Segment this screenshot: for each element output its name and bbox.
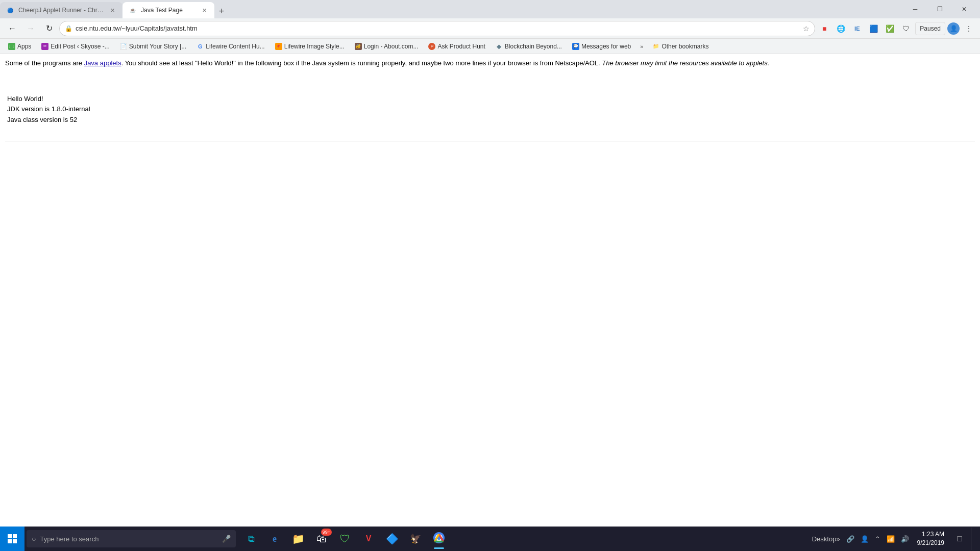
show-desktop-button[interactable] <box>971 528 976 550</box>
notification-button[interactable]: □ <box>950 528 969 550</box>
chrome-menu-button[interactable]: ⋮ <box>962 21 976 36</box>
extension-2[interactable]: 🌐 <box>834 21 848 36</box>
page-content: Some of the programs are Java applets. Y… <box>0 54 980 527</box>
red-app[interactable]: 🦅 <box>404 528 427 550</box>
taskbar-right: Desktop » 🔗 👤 ⌃ 📶 🔊 1:23 AM 9/21/2019 □ <box>806 528 980 550</box>
tab-1-title: CheerpJ Applet Runner - Chrom... <box>18 7 104 14</box>
taskview-button[interactable]: ⧉ <box>240 528 262 550</box>
address-input[interactable] <box>76 24 800 32</box>
bookmark-login[interactable]: 🔐 Login - About.com... <box>351 42 423 51</box>
applet-output: Hello World! JDK version is 1.8.0-intern… <box>7 94 975 126</box>
close-button[interactable]: ✕ <box>952 0 976 18</box>
extension-4[interactable]: 🟦 <box>866 21 880 36</box>
bookmark-edit-post[interactable]: ✏ Edit Post ‹ Skyose -... <box>37 42 113 51</box>
clock-time: 1:23 AM <box>922 530 944 539</box>
profile-avatar[interactable]: 👤 <box>947 22 960 35</box>
chrome-app[interactable] <box>428 528 450 550</box>
bookmark-li-icon: 📌 <box>275 43 282 50</box>
volume-btn[interactable]: 🔊 <box>899 534 911 544</box>
title-bar: 🔵 CheerpJ Applet Runner - Chrom... ✕ ☕ J… <box>0 0 980 18</box>
microphone-icon[interactable]: 🎤 <box>222 535 231 543</box>
extension-5[interactable]: ✅ <box>883 21 897 36</box>
systray-expand-icon: ⌃ <box>875 535 880 543</box>
bookmark-msg-label: Messages for web <box>581 43 631 50</box>
wifi-icon: 📶 <box>887 535 895 543</box>
bookmark-submit-label: Submit Your Story |... <box>129 43 187 50</box>
back-button[interactable]: ← <box>4 20 20 37</box>
edge-app[interactable]: e <box>263 528 286 550</box>
bookmarks-more-button[interactable]: » <box>637 42 646 51</box>
green-app-icon: 🛡 <box>340 533 350 545</box>
bookmark-lifewire-image[interactable]: 📌 Lifewire Image Style... <box>271 42 349 51</box>
green-app[interactable]: 🛡 <box>334 528 356 550</box>
output-line-1: Hello World! <box>7 94 975 105</box>
bookmark-submit-story[interactable]: 📄 Submit Your Story |... <box>116 42 191 51</box>
search-placeholder: Type here to search <box>40 535 99 543</box>
bookmark-blockchain-label: Blockchain Beyond... <box>505 43 562 50</box>
vivaldi-app[interactable]: V <box>357 528 380 550</box>
blue-app-icon: 🔷 <box>386 533 399 545</box>
search-bar[interactable]: ○ Type here to search 🎤 <box>27 530 236 547</box>
forward-button[interactable]: → <box>22 20 39 37</box>
bookmarks-bar: ⋮⋮ Apps ✏ Edit Post ‹ Skyose -... 📄 Subm… <box>0 39 980 54</box>
bookmark-apps-label: Apps <box>17 43 31 50</box>
tab-1-close[interactable]: ✕ <box>108 6 116 14</box>
chevron-icon: » <box>836 535 840 543</box>
extension-3[interactable]: IE <box>850 21 864 36</box>
desktop-label-btn[interactable]: Desktop » <box>810 534 842 544</box>
store-app[interactable]: 🛍 99+ <box>310 528 333 550</box>
bookmark-li-label: Lifewire Image Style... <box>284 43 345 50</box>
tab-2[interactable]: ☕ Java Test Page ✕ <box>122 2 214 18</box>
lock-icon: 🔒 <box>65 25 72 32</box>
bookmark-messages[interactable]: 💬 Messages for web <box>568 42 635 51</box>
intro-paragraph: Some of the programs are Java applets. Y… <box>5 58 975 68</box>
clock[interactable]: 1:23 AM 9/21/2019 <box>913 530 948 547</box>
store-badge: 99+ <box>321 529 332 536</box>
bookmark-lc-icon: G <box>197 43 204 50</box>
bookmark-ask-ph[interactable]: P Ask Product Hunt <box>424 42 489 51</box>
italic-text: The browser may limit the resources avai… <box>602 59 769 67</box>
wifi-btn[interactable]: 📶 <box>885 534 897 544</box>
network-icon-btn[interactable]: 🔗 <box>844 534 856 544</box>
start-button[interactable] <box>0 527 24 551</box>
paused-button[interactable]: Paused <box>915 22 945 35</box>
bookmark-apps-icon: ⋮⋮ <box>8 43 15 50</box>
tab-1[interactable]: 🔵 CheerpJ Applet Runner - Chrom... ✕ <box>0 2 122 18</box>
chevron-systray[interactable]: ⌃ <box>873 534 883 544</box>
search-icon: ○ <box>32 535 36 543</box>
minimize-button[interactable]: ─ <box>903 0 927 18</box>
window-controls: ─ ❐ ✕ <box>899 0 980 18</box>
maximize-button[interactable]: ❐ <box>928 0 951 18</box>
new-tab-button[interactable]: + <box>214 4 229 18</box>
other-bookmarks[interactable]: 📁 Other bookmarks <box>648 42 713 51</box>
bookmark-star-icon[interactable]: ☆ <box>803 24 810 33</box>
intro-text-after: . You should see at least "Hello World!"… <box>121 59 600 67</box>
network-icon: 🔗 <box>846 535 854 543</box>
svg-rect-3 <box>13 539 17 543</box>
output-line-3: Java class version is 52 <box>7 115 975 126</box>
svg-rect-2 <box>8 539 12 543</box>
bookmark-apps[interactable]: ⋮⋮ Apps <box>4 42 35 51</box>
tab-strip: 🔵 CheerpJ Applet Runner - Chrom... ✕ ☕ J… <box>0 0 899 18</box>
address-bar-wrap: 🔒 ☆ <box>59 21 815 36</box>
volume-icon: 🔊 <box>901 535 909 543</box>
bookmark-lc-label: Lifewire Content Hu... <box>206 43 264 50</box>
java-applets-link[interactable]: Java applets <box>84 59 121 67</box>
bookmark-lifewire-content[interactable]: G Lifewire Content Hu... <box>192 42 268 51</box>
bookmark-edit-icon: ✏ <box>41 43 48 50</box>
folder-icon: 📁 <box>292 533 305 545</box>
reload-button[interactable]: ↻ <box>41 20 57 37</box>
output-line-2: JDK version is 1.8.0-internal <box>7 104 975 115</box>
extension-6[interactable]: 🛡 <box>899 21 913 36</box>
taskbar-apps: ⧉ e 📁 🛍 99+ 🛡 V 🔷 🦅 <box>238 528 452 550</box>
tab-2-favicon: ☕ <box>129 6 137 14</box>
folder-app[interactable]: 📁 <box>287 528 309 550</box>
tab-2-close[interactable]: ✕ <box>200 6 208 14</box>
people-icon-btn[interactable]: 👤 <box>859 534 871 544</box>
bookmark-blockchain[interactable]: ◆ Blockchain Beyond... <box>492 42 566 51</box>
bookmark-blockchain-icon: ◆ <box>496 43 503 50</box>
edge-icon: e <box>273 534 277 544</box>
bookmark-msg-icon: 💬 <box>572 43 579 50</box>
blue-app[interactable]: 🔷 <box>381 528 403 550</box>
extension-1[interactable]: ■ <box>817 21 831 36</box>
